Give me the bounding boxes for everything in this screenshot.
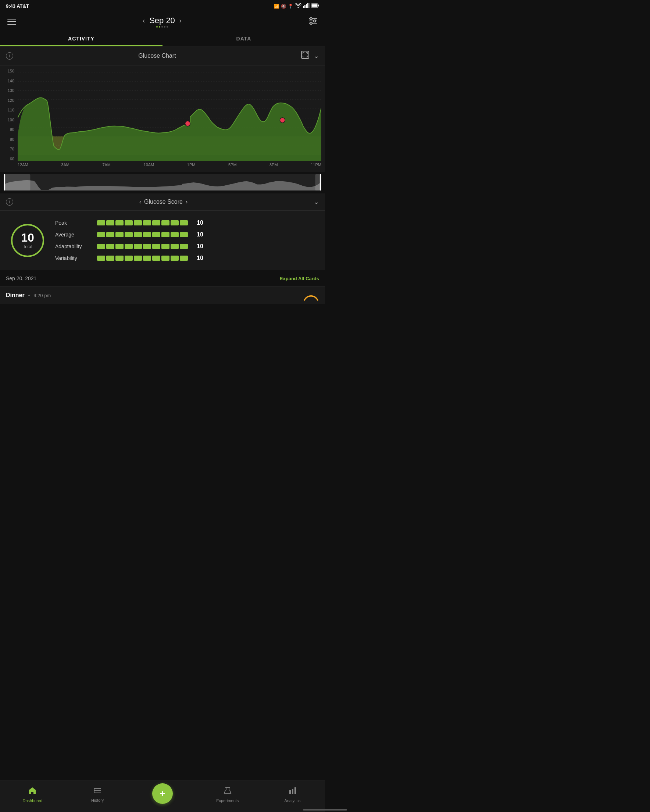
- menu-button[interactable]: [8, 19, 16, 24]
- glucose-chart-svg: [18, 69, 321, 161]
- card-arc-indicator: [303, 290, 319, 302]
- x-axis: 12AM 3AM 7AM 10AM 1PM 5PM 8PM 11PM: [18, 161, 321, 169]
- metric-name-adaptability: Adaptability: [55, 243, 92, 249]
- svg-rect-32: [320, 174, 321, 191]
- main-tabs: ACTIVITY DATA: [0, 31, 325, 46]
- total-score-label: Total: [23, 244, 32, 249]
- status-bar: 9:43 AT&T 📶 🔇 📍: [0, 0, 325, 12]
- svg-point-12: [314, 20, 316, 22]
- metric-bars-variability: [97, 256, 188, 261]
- svg-rect-4: [309, 3, 310, 8]
- glucose-score-info-button[interactable]: i: [6, 198, 13, 206]
- dinner-card[interactable]: Dinner • 9:20 pm: [0, 287, 325, 304]
- metric-bars-peak: [97, 220, 188, 226]
- location-icon: 📍: [288, 4, 293, 9]
- expand-chart-button[interactable]: [301, 51, 309, 61]
- svg-rect-29: [4, 174, 30, 191]
- battery-icon: [311, 3, 319, 9]
- date-divider: Sep 20, 2021 Expand All Cards: [0, 270, 325, 287]
- glucose-chart-controls: ⌄: [301, 51, 319, 61]
- expand-all-cards-button[interactable]: Expand All Cards: [280, 276, 319, 281]
- status-carrier: AT&T: [17, 3, 29, 9]
- glucose-score-header: i ‹ Glucose Score › ⌄: [0, 194, 325, 211]
- metric-value-variability: 10: [193, 255, 203, 261]
- header: ‹ Sep 20 ›: [0, 12, 325, 31]
- status-icons: 📶 🔇 📍: [274, 3, 319, 9]
- section-date: Sep 20, 2021: [6, 275, 37, 281]
- prev-score-button[interactable]: ‹: [139, 198, 141, 205]
- svg-point-26: [185, 121, 190, 126]
- glucose-score-title: Glucose Score: [144, 198, 183, 205]
- prev-date-button[interactable]: ‹: [143, 17, 145, 24]
- metric-name-average: Average: [55, 232, 92, 238]
- mini-chart[interactable]: [0, 172, 325, 193]
- metric-bars-adaptability: [97, 244, 188, 249]
- chart-inner[interactable]: [18, 69, 321, 161]
- wifi-icon: [295, 3, 302, 9]
- svg-rect-2: [306, 4, 307, 8]
- filter-button[interactable]: [308, 17, 317, 26]
- date-nav: ‹ Sep 20 ›: [143, 16, 182, 25]
- glucose-chart-title: Glucose Chart: [138, 53, 176, 59]
- next-score-button[interactable]: ›: [186, 198, 188, 205]
- mini-chart-svg: [4, 174, 321, 191]
- metric-row-peak: Peak 10: [55, 220, 314, 226]
- total-score-circle: 10 Total: [11, 224, 44, 257]
- metric-row-variability: Variability 10: [55, 255, 314, 261]
- svg-rect-3: [307, 3, 308, 8]
- metric-value-average: 10: [193, 231, 203, 238]
- status-time-carrier: 9:43 AT&T: [6, 3, 29, 9]
- current-date: Sep 20: [149, 16, 175, 25]
- metric-row-adaptability: Adaptability 10: [55, 243, 314, 250]
- collapse-score-button[interactable]: ⌄: [314, 198, 319, 206]
- metric-bars-average: [97, 232, 188, 237]
- score-nav: ‹ Glucose Score ›: [139, 198, 188, 205]
- y-axis: 60 70 80 90 100 110 120 130 140 150: [0, 69, 17, 161]
- score-metrics: Peak 10 Average 10 Adaptability: [55, 220, 314, 261]
- signal-icon: [303, 3, 310, 9]
- tab-activity[interactable]: ACTIVITY: [0, 31, 163, 46]
- svg-rect-14: [302, 51, 309, 58]
- svg-rect-7: [312, 5, 317, 7]
- svg-point-27: [280, 118, 285, 123]
- date-dots: [156, 26, 168, 27]
- glucose-chart-info-button[interactable]: i: [6, 52, 13, 60]
- svg-point-11: [310, 18, 312, 20]
- metric-value-peak: 10: [193, 220, 203, 226]
- svg-rect-30: [4, 174, 5, 191]
- dinner-card-time: 9:20 pm: [34, 293, 51, 298]
- tab-data[interactable]: DATA: [163, 31, 325, 46]
- svg-rect-0: [303, 6, 304, 8]
- svg-rect-6: [318, 5, 319, 7]
- score-body: 10 Total Peak 10 Average 10 Ad: [0, 211, 325, 270]
- svg-rect-1: [304, 5, 305, 8]
- glucose-chart-area: 60 70 80 90 100 110 120 130 140 150: [0, 66, 325, 193]
- dinner-card-title: Dinner: [6, 292, 24, 299]
- glucose-score-section: i ‹ Glucose Score › ⌄ 10 Total Peak 10 A…: [0, 194, 325, 270]
- mute-icon: 🔇: [281, 4, 286, 9]
- glucose-chart-wrapper: 60 70 80 90 100 110 120 130 140 150: [0, 69, 325, 172]
- svg-point-13: [310, 22, 312, 24]
- glucose-chart-header: i Glucose Chart ⌄: [0, 46, 325, 66]
- metric-name-variability: Variability: [55, 255, 92, 261]
- next-date-button[interactable]: ›: [179, 17, 182, 24]
- collapse-chart-button[interactable]: ⌄: [314, 52, 319, 60]
- metric-value-adaptability: 10: [193, 243, 203, 250]
- metric-name-peak: Peak: [55, 220, 92, 226]
- total-score-number: 10: [21, 232, 34, 243]
- nfc-icon: 📶: [274, 4, 279, 9]
- status-time: 9:43: [6, 3, 15, 9]
- metric-row-average: Average 10: [55, 231, 314, 238]
